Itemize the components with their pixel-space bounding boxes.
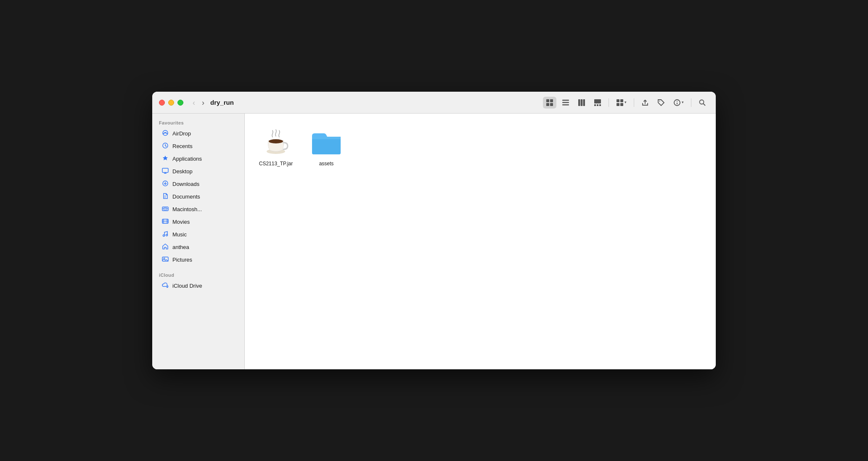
sidebar-item-downloads[interactable]: Downloads: [155, 178, 242, 190]
svg-rect-16: [617, 103, 619, 106]
svg-rect-9: [583, 99, 585, 106]
jar-file-name: CS2113_TP.jar: [259, 161, 293, 167]
airdrop-label: AirDrop: [172, 130, 191, 137]
svg-rect-12: [597, 104, 598, 106]
traffic-lights: [159, 100, 183, 106]
minimize-button[interactable]: [168, 100, 174, 106]
movies-label: Movies: [172, 219, 190, 225]
icloud-drive-icon: [161, 282, 169, 290]
svg-rect-1: [550, 99, 553, 102]
svg-rect-13: [599, 104, 601, 106]
applications-label: Applications: [172, 156, 202, 162]
music-label: Music: [172, 231, 187, 238]
search-button[interactable]: [696, 97, 709, 109]
sidebar-item-pictures[interactable]: Pictures: [155, 254, 242, 266]
toolbar-actions: ▾: [543, 97, 709, 109]
documents-label: Documents: [172, 193, 200, 200]
more-button[interactable]: ▾: [670, 97, 687, 109]
svg-rect-7: [578, 99, 580, 106]
svg-point-39: [269, 139, 283, 143]
sidebar-item-movies[interactable]: Movies: [155, 216, 242, 228]
svg-rect-8: [581, 99, 583, 106]
sidebar-item-recents[interactable]: Recents: [155, 140, 242, 152]
svg-rect-4: [562, 100, 569, 101]
sidebar-item-desktop[interactable]: Desktop: [155, 165, 242, 178]
macintosh-label: Macintosh...: [172, 206, 202, 212]
svg-point-22: [700, 100, 704, 104]
downloads-icon: [161, 180, 169, 188]
svg-rect-2: [546, 103, 549, 106]
icloud-drive-label: iCloud Drive: [172, 283, 202, 289]
assets-folder-name: assets: [319, 161, 334, 167]
sidebar-item-icloud-drive[interactable]: iCloud Drive: [155, 280, 242, 292]
svg-rect-17: [620, 103, 623, 106]
titlebar: ‹ › dry_run: [152, 92, 716, 114]
svg-rect-27: [162, 168, 168, 172]
file-item-jar[interactable]: CS2113_TP.jar: [255, 124, 297, 171]
music-icon: [161, 231, 169, 238]
file-item-assets[interactable]: assets: [305, 124, 347, 171]
finder-window: ‹ › dry_run: [152, 92, 716, 369]
sidebar-item-music[interactable]: Music: [155, 228, 242, 241]
svg-rect-3: [550, 103, 553, 106]
view-grid-button[interactable]: [543, 97, 556, 109]
sidebar-item-macintosh[interactable]: Macintosh...: [155, 203, 242, 215]
group-button[interactable]: ▾: [613, 97, 630, 109]
svg-rect-11: [594, 104, 596, 106]
share-button[interactable]: [638, 97, 652, 109]
sidebar-item-anthea[interactable]: anthea: [155, 241, 242, 253]
svg-point-35: [166, 234, 168, 236]
recents-label: Recents: [172, 143, 193, 149]
back-button[interactable]: ‹: [190, 97, 198, 108]
sidebar-item-documents[interactable]: Documents: [155, 191, 242, 203]
view-gallery-button[interactable]: [591, 97, 604, 109]
sidebar: Favourites AirDrop: [152, 114, 245, 369]
pictures-label: Pictures: [172, 257, 192, 263]
svg-rect-10: [594, 99, 601, 103]
svg-point-34: [163, 235, 165, 236]
recents-icon: [161, 142, 169, 150]
separator-1: [609, 98, 609, 107]
forward-button[interactable]: ›: [199, 97, 207, 108]
macintosh-icon: [161, 205, 169, 213]
assets-folder-icon: [311, 127, 341, 157]
anthea-label: anthea: [172, 244, 189, 250]
file-area: CS2113_TP.jar assets: [245, 114, 716, 369]
desktop-label: Desktop: [172, 168, 193, 175]
separator-2: [634, 98, 634, 107]
airdrop-icon: [161, 130, 169, 138]
nav-buttons: ‹ ›: [190, 97, 207, 108]
svg-point-18: [659, 101, 660, 101]
sidebar-item-airdrop[interactable]: AirDrop: [155, 127, 242, 140]
view-columns-button[interactable]: [575, 97, 588, 109]
separator-3: [691, 98, 691, 107]
svg-rect-14: [617, 99, 619, 102]
svg-point-37: [164, 258, 165, 259]
maximize-button[interactable]: [177, 100, 183, 106]
main-content: Favourites AirDrop: [152, 114, 716, 369]
close-button[interactable]: [159, 100, 165, 106]
favourites-label: Favourites: [152, 118, 244, 127]
tag-button[interactable]: [654, 97, 668, 109]
anthea-icon: [161, 243, 169, 251]
movies-icon: [161, 218, 169, 226]
svg-rect-15: [620, 99, 623, 102]
svg-point-20: [677, 101, 677, 102]
view-list-button[interactable]: [559, 97, 572, 109]
pictures-icon: [161, 256, 169, 264]
window-title: dry_run: [210, 99, 234, 106]
applications-icon: [161, 155, 169, 163]
downloads-label: Downloads: [172, 181, 199, 187]
sidebar-item-applications[interactable]: Applications: [155, 153, 242, 165]
svg-point-25: [165, 132, 166, 133]
documents-icon: [161, 193, 169, 201]
svg-rect-6: [562, 104, 569, 106]
svg-rect-0: [546, 99, 549, 102]
svg-rect-5: [562, 102, 569, 103]
desktop-icon: [161, 167, 169, 175]
icloud-label: iCloud: [152, 270, 244, 279]
jar-file-icon: [261, 127, 291, 157]
svg-line-23: [704, 103, 706, 106]
